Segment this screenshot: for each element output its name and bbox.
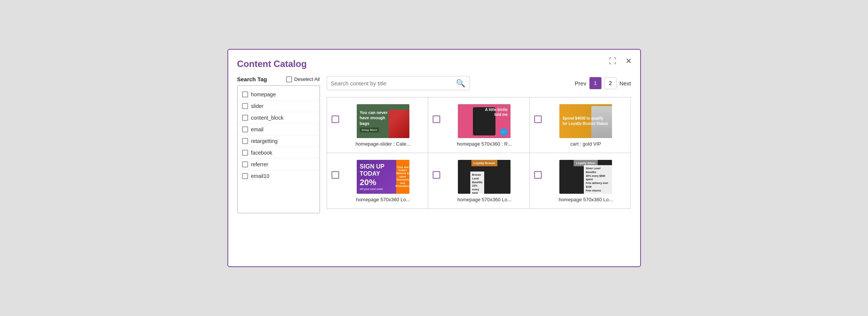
- tag-label-slider: slider: [251, 103, 264, 109]
- item-checkbox-4[interactable]: [332, 171, 339, 180]
- tag-label-email: email: [251, 126, 264, 132]
- tag-label-facebook: facebook: [251, 150, 273, 156]
- content-area: 🔍 Prev 1 2 Next: [327, 76, 631, 213]
- item-checkbox-6[interactable]: [534, 171, 542, 180]
- loyalty-text: Spend $4000 to qualifyfor Loyalty Bronze…: [562, 116, 608, 126]
- tag-checkbox-slider[interactable]: [242, 103, 248, 109]
- item-image-wrap-6: Loyalty Silver Silver Level Benefits20% …: [545, 160, 626, 202]
- grid-cell-4: SIGN UPTODAY 20% off your next order Cli…: [327, 153, 429, 209]
- search-tag-label: Search Tag: [237, 76, 267, 82]
- grid-cell-2: A little birdietold me 🐦 homepage 570x36…: [428, 97, 530, 153]
- deselect-all-button[interactable]: Deselect All: [286, 76, 320, 82]
- checkbox-icon-5[interactable]: [433, 171, 440, 179]
- tag-item-facebook[interactable]: facebook: [238, 147, 320, 159]
- grid-cell-inner-6: Loyalty Silver Silver Level Benefits20% …: [534, 160, 626, 202]
- grid-cell-inner-2: A little birdietold me 🐦 homepage 570x36…: [433, 104, 525, 147]
- item-image-wrap-5: Loyalty Bronze Bronze Level Benefits10% …: [444, 160, 525, 202]
- tag-list: homepage slider content_block email reta…: [237, 85, 320, 213]
- item-image-wrap-1: You can neverhave enoughbags Shop More h…: [343, 104, 424, 147]
- sidebar: Search Tag Deselect All homepage slider: [237, 76, 320, 213]
- shop-button: Shop More: [360, 128, 379, 132]
- item-caption-5: homepage 570x360 Lo...: [444, 197, 525, 202]
- thumbnail-2: A little birdietold me 🐦: [458, 104, 510, 138]
- checkbox-icon-6[interactable]: [534, 171, 542, 179]
- page-button-1[interactable]: 1: [589, 77, 601, 89]
- checkbox-icon-1[interactable]: [332, 115, 339, 123]
- item-image-wrap-2: A little birdietold me 🐦 homepage 570x36…: [444, 104, 525, 147]
- deselect-all-label: Deselect All: [294, 76, 320, 82]
- grid-cell-inner-4: SIGN UPTODAY 20% off your next order Cli…: [332, 160, 424, 202]
- thumbnail-4: SIGN UPTODAY 20% off your next order Cli…: [357, 160, 409, 194]
- pagination: Prev 1 2 Next: [575, 77, 631, 89]
- tag-label-retargetting: retargetting: [251, 138, 278, 144]
- tag-item-referrer[interactable]: referrer: [238, 159, 320, 170]
- item-checkbox-5[interactable]: [433, 171, 440, 180]
- tag-item-slider[interactable]: slider: [238, 100, 320, 112]
- bag-image: [389, 110, 409, 138]
- tag-checkbox-homepage[interactable]: [242, 91, 248, 97]
- content-grid: You can neverhave enoughbags Shop More h…: [327, 97, 631, 209]
- content-toolbar: 🔍 Prev 1 2 Next: [327, 76, 631, 90]
- main-content: Search Tag Deselect All homepage slider: [237, 76, 631, 213]
- grid-cell-3: Spend $4000 to qualifyfor Loyalty Bronze…: [530, 97, 631, 153]
- tag-checkbox-facebook[interactable]: [242, 150, 248, 156]
- search-input[interactable]: [331, 80, 456, 87]
- close-button[interactable]: ✕: [623, 56, 634, 66]
- search-icon[interactable]: 🔍: [456, 79, 465, 88]
- bird-text: A little birdietold me: [485, 107, 507, 117]
- tag-item-email10[interactable]: email10: [238, 170, 320, 182]
- orange-bar-text: Click and CollectReturns in storeDiscoun…: [395, 166, 409, 188]
- tag-item-homepage[interactable]: homepage: [238, 89, 320, 100]
- tag-checkbox-email10[interactable]: [242, 173, 248, 179]
- maximize-button[interactable]: ⛶: [607, 56, 619, 66]
- tag-item-email[interactable]: email: [238, 124, 320, 135]
- item-caption-3: cart : gold VIP: [545, 141, 626, 147]
- item-caption-1: homepage-slider : Cate...: [343, 141, 424, 147]
- sidebar-header: Search Tag Deselect All: [237, 76, 320, 82]
- checkbox-icon-3[interactable]: [534, 115, 542, 123]
- item-caption-2: homepage 570x360 : R...: [444, 141, 525, 147]
- tag-checkbox-content-block[interactable]: [242, 115, 248, 121]
- discount-pct: 20%: [360, 178, 376, 187]
- thumbnail-3: Spend $4000 to qualifyfor Loyalty Bronze…: [559, 104, 612, 138]
- grid-cell-inner-5: Loyalty Bronze Bronze Level Benefits10% …: [433, 160, 525, 202]
- tag-checkbox-referrer[interactable]: [242, 161, 248, 167]
- loyalty-bronze-bar: Loyalty Bronze: [471, 160, 497, 166]
- twitter-icon: 🐦: [500, 128, 507, 136]
- grid-cell-6: Loyalty Silver Silver Level Benefits20% …: [530, 153, 631, 209]
- deselect-all-checkbox[interactable]: [286, 76, 292, 82]
- tag-label-content-block: content_block: [251, 115, 283, 121]
- tag-checkbox-email[interactable]: [242, 126, 248, 132]
- thumbnail-1: You can neverhave enoughbags Shop More: [357, 104, 409, 138]
- grid-cell-5: Loyalty Bronze Bronze Level Benefits10% …: [428, 153, 530, 209]
- tag-item-content-block[interactable]: content_block: [238, 112, 320, 124]
- item-checkbox-3[interactable]: [534, 115, 542, 125]
- search-box[interactable]: 🔍: [327, 76, 470, 90]
- item-checkbox-2[interactable]: [433, 115, 440, 125]
- grid-cell-1: You can neverhave enoughbags Shop More h…: [327, 97, 429, 153]
- signup-text: SIGN UPTODAY: [360, 163, 385, 177]
- orange-bar: Click and CollectReturns in storeDiscoun…: [396, 160, 409, 194]
- tag-label-homepage: homepage: [251, 91, 276, 97]
- item-checkbox-1[interactable]: [332, 115, 339, 125]
- bag-text: You can neverhave enoughbags: [360, 110, 388, 126]
- tag-checkbox-retargetting[interactable]: [242, 138, 248, 144]
- tag-item-retargetting[interactable]: retargetting: [238, 135, 320, 147]
- prev-button[interactable]: Prev: [575, 80, 586, 87]
- checkbox-icon-4[interactable]: [332, 171, 339, 179]
- grid-cell-inner-3: Spend $4000 to qualifyfor Loyalty Bronze…: [534, 104, 626, 147]
- item-image-wrap-4: SIGN UPTODAY 20% off your next order Cli…: [343, 160, 424, 202]
- tag-label-email10: email10: [251, 173, 270, 179]
- modal-actions: ⛶ ✕: [607, 56, 634, 66]
- modal-title: Content Catalog: [237, 59, 631, 69]
- thumbnail-6: Loyalty Silver Silver Level Benefits20% …: [559, 160, 612, 194]
- page-button-2[interactable]: 2: [604, 77, 617, 89]
- grid-cell-inner-1: You can neverhave enoughbags Shop More h…: [332, 104, 424, 147]
- benefits-box-5: Bronze Level Benefits10% every $800 spen…: [470, 172, 485, 194]
- item-caption-4: homepage 570x360 Lo...: [343, 197, 424, 202]
- checkbox-icon-2[interactable]: [433, 115, 440, 123]
- benefits-box-6: Silver Level Benefits20% every $800 spen…: [584, 165, 612, 194]
- tag-label-referrer: referrer: [251, 161, 268, 167]
- item-image-wrap-3: Spend $4000 to qualifyfor Loyalty Bronze…: [545, 104, 626, 147]
- next-button[interactable]: Next: [620, 80, 631, 87]
